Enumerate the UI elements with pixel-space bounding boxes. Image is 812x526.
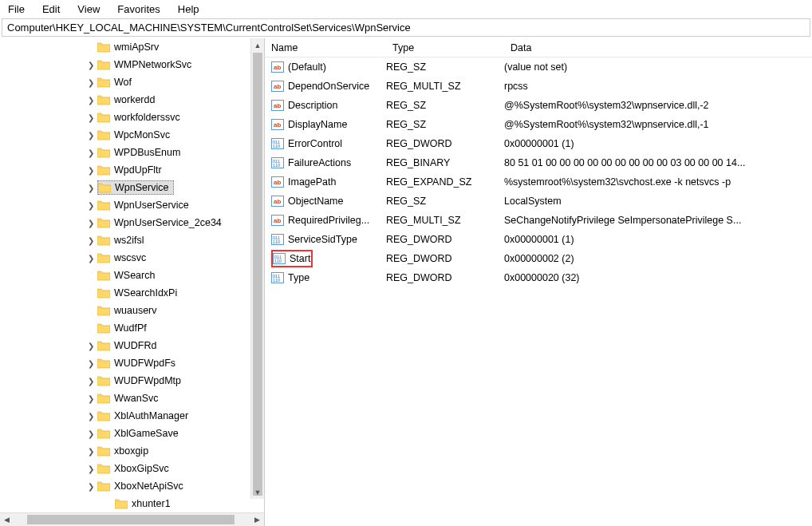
folder-icon bbox=[97, 270, 110, 281]
expand-chevron-icon[interactable]: ❯ bbox=[86, 61, 96, 69]
column-name[interactable]: Name bbox=[265, 40, 386, 56]
value-row[interactable]: TypeREG_DWORD0x00000020 (32) bbox=[265, 268, 812, 287]
tree-item[interactable]: ❯Wof bbox=[0, 73, 264, 91]
expand-chevron-icon[interactable]: ❯ bbox=[86, 394, 96, 403]
value-type: REG_DWORD bbox=[386, 272, 504, 283]
tree-item[interactable]: ❯workfolderssvc bbox=[0, 109, 264, 126]
value-row[interactable]: FailureActionsREG_BINARY80 51 01 00 00 0… bbox=[265, 153, 812, 172]
menu-edit[interactable]: Edit bbox=[39, 2, 63, 17]
tree-item[interactable]: xhunter1 bbox=[0, 495, 264, 512]
value-name: ImagePath bbox=[287, 176, 337, 188]
column-data[interactable]: Data bbox=[504, 40, 812, 56]
tree-item[interactable]: ❯WUDFWpdFs bbox=[0, 354, 264, 372]
address-bar[interactable]: Computer\HKEY_LOCAL_MACHINE\SYSTEM\Curre… bbox=[2, 18, 810, 37]
expand-chevron-icon[interactable]: ❯ bbox=[86, 113, 96, 122]
tree-item[interactable]: WudfPf bbox=[0, 319, 264, 337]
scrollbar-thumb[interactable] bbox=[253, 53, 262, 496]
expand-chevron-icon[interactable]: ❯ bbox=[86, 254, 96, 263]
value-row[interactable]: DisplayNameREG_SZ@%SystemRoot%\system32\… bbox=[265, 115, 812, 134]
scroll-right-icon[interactable]: ▶ bbox=[250, 513, 264, 526]
value-data: @%SystemRoot%\system32\wpnservice.dll,-1 bbox=[504, 119, 812, 130]
tree-item[interactable]: ❯XboxGipSvc bbox=[0, 460, 264, 477]
value-row[interactable]: (Default)REG_SZ(value not set) bbox=[265, 57, 812, 77]
folder-icon bbox=[97, 410, 110, 421]
string-value-icon bbox=[271, 176, 284, 188]
tree-item[interactable]: ❯xboxgip bbox=[0, 442, 264, 460]
tree-item[interactable]: ❯WpnUserService_2ce34 bbox=[0, 214, 264, 231]
tree-item[interactable]: ❯XboxNetApiSvc bbox=[0, 477, 264, 495]
tree-vertical-scrollbar[interactable]: ▲ ▼ bbox=[250, 38, 264, 499]
tree-item[interactable]: ❯WpdUpFltr bbox=[0, 161, 264, 179]
tree-item[interactable]: ❯XblGameSave bbox=[0, 425, 264, 442]
expand-chevron-icon[interactable]: ❯ bbox=[86, 482, 96, 491]
value-row[interactable]: ObjectNameREG_SZLocalSystem bbox=[265, 192, 812, 211]
value-name: ServiceSidType bbox=[287, 234, 358, 245]
tree-item[interactable]: WSearch bbox=[0, 267, 264, 284]
expand-chevron-icon[interactable]: ❯ bbox=[86, 166, 96, 175]
tree-item[interactable]: ❯WwanSvc bbox=[0, 390, 264, 407]
tree-item[interactable]: ❯ws2ifsl bbox=[0, 231, 264, 249]
value-row[interactable]: StartREG_DWORD0x00000002 (2) bbox=[265, 249, 812, 268]
expand-chevron-icon[interactable]: ❯ bbox=[86, 429, 96, 438]
expand-chevron-icon[interactable]: ❯ bbox=[86, 78, 96, 87]
expand-chevron-icon[interactable]: ❯ bbox=[86, 219, 96, 227]
expand-chevron-icon[interactable]: ❯ bbox=[86, 131, 96, 140]
menu-favorites[interactable]: Favorites bbox=[114, 2, 163, 17]
tree-item[interactable]: ❯WpnUserService bbox=[0, 196, 264, 214]
tree-item[interactable]: ❯XblAuthManager bbox=[0, 407, 264, 425]
folder-icon bbox=[97, 358, 110, 369]
menu-file[interactable]: File bbox=[5, 2, 28, 17]
tree-item[interactable]: wmiApSrv bbox=[0, 38, 264, 56]
value-row[interactable]: DependOnServiceREG_MULTI_SZrpcss bbox=[265, 77, 812, 96]
value-data: LocalSystem bbox=[504, 196, 812, 207]
expand-chevron-icon[interactable]: ❯ bbox=[86, 184, 96, 192]
tree-item[interactable]: ❯WpnService bbox=[0, 179, 264, 196]
tree-item[interactable]: ❯WPDBusEnum bbox=[0, 144, 264, 161]
value-row[interactable]: RequiredPrivileg...REG_MULTI_SZSeChangeN… bbox=[265, 211, 812, 230]
value-name: ErrorControl bbox=[287, 138, 343, 149]
tree-item[interactable]: ❯wscsvc bbox=[0, 249, 264, 267]
tree-item[interactable]: ❯WUDFWpdMtp bbox=[0, 372, 264, 390]
menu-view[interactable]: View bbox=[74, 2, 103, 17]
value-row[interactable]: ImagePathREG_EXPAND_SZ%systemroot%\syste… bbox=[265, 172, 812, 192]
expand-chevron-icon[interactable]: ❯ bbox=[86, 342, 96, 350]
tree-item-label: XblGameSave bbox=[113, 427, 182, 440]
tree-item[interactable]: ❯WUDFRd bbox=[0, 337, 264, 354]
expand-chevron-icon[interactable]: ❯ bbox=[86, 359, 96, 368]
expand-chevron-icon[interactable]: ❯ bbox=[86, 377, 96, 386]
folder-icon bbox=[97, 164, 110, 176]
scrollbar-thumb[interactable] bbox=[27, 515, 235, 524]
tree-item-label: WudfPf bbox=[113, 322, 150, 334]
string-value-icon bbox=[271, 214, 284, 227]
scroll-up-icon[interactable]: ▲ bbox=[251, 38, 264, 52]
tree-item[interactable]: ❯workerdd bbox=[0, 91, 264, 109]
tree-item-label: workerdd bbox=[113, 93, 158, 106]
scroll-left-icon[interactable]: ◀ bbox=[0, 513, 14, 526]
tree-item[interactable]: WSearchIdxPi bbox=[0, 284, 264, 302]
expand-chevron-icon[interactable]: ❯ bbox=[86, 96, 96, 105]
value-name: DependOnService bbox=[287, 81, 370, 92]
tree-item-label: ws2ifsl bbox=[113, 234, 148, 247]
expand-chevron-icon[interactable]: ❯ bbox=[86, 201, 96, 210]
tree-horizontal-scrollbar[interactable]: ◀ ▶ bbox=[0, 512, 264, 526]
tree-item[interactable]: wuauserv bbox=[0, 302, 264, 319]
value-data: 0x00000002 (2) bbox=[504, 253, 812, 264]
folder-icon bbox=[98, 182, 111, 193]
expand-chevron-icon[interactable]: ❯ bbox=[86, 412, 96, 421]
expand-chevron-icon[interactable]: ❯ bbox=[86, 465, 96, 473]
tree-item-label: WSearch bbox=[113, 269, 158, 282]
value-row[interactable]: ErrorControlREG_DWORD0x00000001 (1) bbox=[265, 134, 812, 153]
expand-chevron-icon[interactable]: ❯ bbox=[86, 236, 96, 245]
column-type[interactable]: Type bbox=[386, 40, 504, 56]
binary-value-icon bbox=[271, 156, 284, 169]
value-row[interactable]: DescriptionREG_SZ@%SystemRoot%\system32\… bbox=[265, 96, 812, 115]
expand-chevron-icon[interactable]: ❯ bbox=[86, 447, 96, 456]
tree-item[interactable]: ❯WMPNetworkSvc bbox=[0, 56, 264, 73]
value-row[interactable]: ServiceSidTypeREG_DWORD0x00000001 (1) bbox=[265, 230, 812, 249]
expand-chevron-icon[interactable]: ❯ bbox=[86, 148, 96, 157]
tree-item-label: WUDFWpdMtp bbox=[113, 374, 184, 387]
tree-item[interactable]: ❯WpcMonSvc bbox=[0, 126, 264, 144]
scroll-down-icon[interactable]: ▼ bbox=[251, 485, 264, 499]
value-type: REG_BINARY bbox=[386, 157, 504, 168]
menu-help[interactable]: Help bbox=[175, 2, 203, 17]
